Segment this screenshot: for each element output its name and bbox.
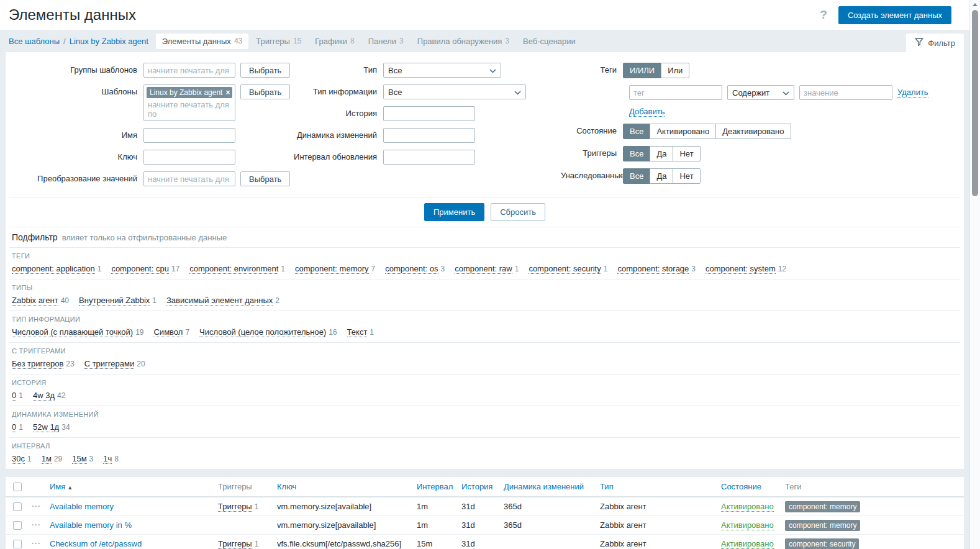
subfilter-link[interactable]: 0 — [12, 422, 16, 432]
tag-operator-select[interactable]: Содержит — [727, 85, 794, 100]
subfilter-link[interactable]: Zabbix агент — [12, 296, 58, 306]
reset-button[interactable]: Сбросить — [491, 203, 545, 221]
item-name-link[interactable]: Available memory — [50, 502, 114, 511]
triggers-all[interactable]: Все — [623, 146, 650, 161]
subfilter-link[interactable]: component: storage — [617, 264, 689, 274]
apply-button[interactable]: Применить — [424, 203, 484, 221]
triggers-no[interactable]: Нет — [673, 146, 700, 161]
tag-remove-link[interactable]: Удалить — [897, 88, 928, 98]
triggers-segmented: Все Да Нет — [623, 146, 701, 161]
item-name-link[interactable]: Available memory in % — [50, 520, 132, 530]
create-item-button[interactable]: Создать элемент данных — [838, 6, 951, 24]
row-menu-button[interactable]: ⋯ — [31, 501, 41, 511]
name-input[interactable] — [143, 128, 235, 143]
row-checkbox[interactable] — [13, 521, 22, 530]
subfilter-link[interactable]: component: system — [706, 264, 776, 274]
chip-remove-icon[interactable]: × — [225, 88, 230, 97]
state-enabled[interactable]: Активировано — [650, 124, 716, 139]
tag-name-input[interactable] — [629, 85, 722, 100]
row-triggers-link[interactable]: Триггеры — [218, 539, 252, 549]
tab-web-scenarios[interactable]: Веб-сценарии — [517, 34, 585, 49]
row-checkbox[interactable] — [13, 502, 22, 511]
tab-items[interactable]: Элементы данных 43 — [156, 34, 248, 49]
tab-graphs[interactable]: Графики 8 — [309, 34, 360, 49]
subfilter-link[interactable]: Числовой (целое положительное) — [199, 327, 326, 337]
info-type-select[interactable]: Все — [383, 84, 526, 99]
update-interval-input[interactable] — [383, 150, 475, 165]
scroll-up-arrow[interactable] — [973, 3, 978, 6]
column-header-type[interactable]: Тип — [600, 482, 614, 491]
subfilter-link[interactable]: Текст — [347, 327, 368, 337]
column-header-interval[interactable]: Интервал — [417, 482, 453, 491]
subfilter-link[interactable]: 4w 3д — [33, 391, 55, 401]
subfilter-link[interactable]: Без триггеров — [12, 359, 63, 369]
scrollbar[interactable] — [969, 0, 980, 549]
item-tag-chip[interactable]: component: memory — [785, 501, 860, 512]
tag-value-input[interactable] — [799, 85, 892, 100]
subfilter-link[interactable]: 1ч — [103, 454, 112, 464]
item-status-link[interactable]: Активировано — [721, 502, 774, 512]
subfilter-link[interactable]: 52w 1д — [33, 422, 59, 432]
subfilter-link[interactable]: component: environment — [189, 264, 278, 274]
subfilter-link[interactable]: Числовой (с плавающей точкой) — [12, 327, 133, 337]
item-tag-chip[interactable]: component: memory — [785, 520, 860, 531]
subfilter-link[interactable]: component: application — [12, 264, 95, 274]
column-header-trends[interactable]: Динамика изменений — [504, 482, 584, 491]
item-name-link[interactable]: Checksum of /etc/passwd — [50, 539, 142, 548]
history-input[interactable] — [383, 106, 475, 121]
item-tag-chip[interactable]: component: security — [785, 538, 859, 549]
subfilter-link[interactable]: С триггерами — [84, 359, 135, 369]
subfilter-link[interactable]: Символ — [153, 327, 183, 337]
row-checkbox[interactable] — [13, 540, 22, 548]
tab-dashboards[interactable]: Панели 3 — [362, 34, 410, 49]
value-mapping-input[interactable] — [143, 171, 235, 186]
value-mapping-select-button[interactable]: Выбрать — [240, 171, 290, 186]
row-menu-button[interactable]: ⋯ — [31, 519, 41, 530]
subfilter-count: 1 — [515, 265, 519, 273]
filter-toggle-tab[interactable]: Фильтр — [906, 34, 964, 52]
scrollbar-thumb[interactable] — [972, 10, 978, 196]
subfilter-link[interactable]: 30с — [12, 454, 25, 464]
column-header-history[interactable]: История — [461, 482, 492, 491]
inherited-yes[interactable]: Да — [650, 168, 673, 184]
subfilter-link[interactable]: Зависимый элемент данных — [166, 296, 273, 306]
column-header-status[interactable]: Состояние — [721, 482, 761, 491]
breadcrumb-template[interactable]: Linux by Zabbix agent — [70, 37, 148, 46]
subfilter-link[interactable]: 1м — [42, 454, 52, 464]
templates-multiselect[interactable]: Linux by Zabbix agent × начните печатать… — [143, 84, 235, 121]
inherited-all[interactable]: Все — [623, 168, 650, 184]
select-all-checkbox[interactable] — [13, 483, 22, 491]
subfilter-count: 3 — [441, 265, 445, 273]
tags-operator-andor[interactable]: И/ИЛИ — [623, 63, 661, 78]
tab-discovery-rules[interactable]: Правила обнаружения 3 — [411, 34, 515, 49]
column-header-key[interactable]: Ключ — [277, 482, 296, 491]
tag-add-link[interactable]: Добавить — [629, 107, 665, 117]
row-triggers-link[interactable]: Триггеры — [218, 502, 252, 512]
key-input[interactable] — [143, 150, 235, 165]
column-header-name[interactable]: Имя▲ — [50, 482, 73, 491]
item-status-link[interactable]: Активировано — [721, 539, 774, 549]
subfilter-link[interactable]: component: raw — [455, 264, 512, 274]
tags-operator-or[interactable]: Или — [661, 63, 689, 78]
subfilter-link[interactable]: 15м — [72, 454, 86, 464]
inherited-no[interactable]: Нет — [673, 168, 700, 184]
state-disabled[interactable]: Деактивировано — [715, 124, 791, 139]
type-select[interactable]: Все — [383, 63, 501, 78]
item-status-link[interactable]: Активировано — [721, 520, 774, 530]
triggers-yes[interactable]: Да — [650, 146, 673, 161]
templates-select-button[interactable]: Выбрать — [240, 84, 290, 99]
template-groups-select-button[interactable]: Выбрать — [240, 63, 290, 78]
subfilter-link[interactable]: Внутренний Zabbix — [79, 296, 150, 306]
row-menu-button[interactable]: ⋯ — [31, 538, 41, 548]
subfilter-link[interactable]: 0 — [12, 391, 16, 401]
subfilter-link[interactable]: component: security — [529, 264, 601, 274]
subfilter-link[interactable]: component: memory — [295, 264, 369, 274]
trends-input[interactable] — [383, 128, 475, 143]
help-icon[interactable]: ? — [820, 8, 827, 22]
subfilter-link[interactable]: component: cpu — [111, 264, 169, 274]
state-all[interactable]: Все — [623, 124, 650, 139]
breadcrumb-all-templates[interactable]: Все шаблоны — [9, 37, 60, 46]
template-groups-input[interactable] — [143, 63, 235, 78]
subfilter-link[interactable]: component: os — [385, 264, 438, 274]
tab-triggers[interactable]: Триггеры 15 — [250, 34, 307, 49]
